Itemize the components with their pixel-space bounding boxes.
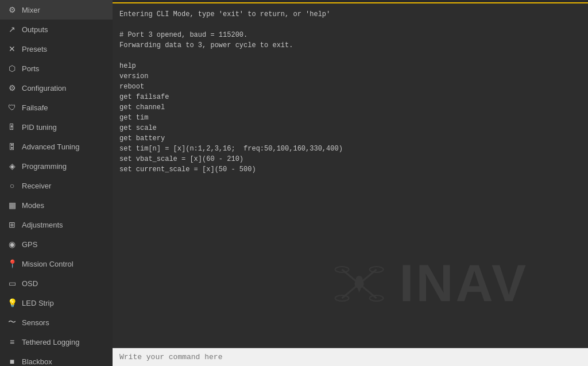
sidebar-item-modes[interactable]: ▦Modes bbox=[0, 195, 113, 215]
sidebar-item-led-strip[interactable]: 💡LED Strip bbox=[0, 293, 113, 313]
sidebar-item-failsafe[interactable]: 🛡Failsafe bbox=[0, 98, 113, 117]
sidebar-item-mission-control[interactable]: 📍Mission Control bbox=[0, 254, 113, 273]
mission-control-icon: 📍 bbox=[7, 259, 17, 269]
sidebar-item-gps[interactable]: ◉GPS bbox=[0, 234, 113, 254]
outputs-icon: ↗ bbox=[7, 24, 17, 34]
gps-icon: ◉ bbox=[7, 239, 17, 249]
sidebar-label-advanced-tuning: Advanced Tuning bbox=[22, 142, 79, 151]
presets-icon: ✕ bbox=[7, 44, 17, 54]
sidebar-label-pid-tuning: PID tuning bbox=[22, 123, 57, 132]
receiver-icon: ○ bbox=[7, 180, 17, 191]
sidebar-item-programming[interactable]: ◈Programming bbox=[0, 156, 113, 176]
mixer-icon: ⚙ bbox=[7, 5, 17, 15]
sidebar-label-blackbox: Blackbox bbox=[22, 357, 52, 366]
sidebar-label-presets: Presets bbox=[22, 45, 47, 53]
sensors-icon: 〜 bbox=[7, 317, 17, 328]
sidebar-label-tethered-logging: Tethered Logging bbox=[22, 338, 79, 346]
sidebar-label-osd: OSD bbox=[22, 279, 38, 288]
sidebar-label-mixer: Mixer bbox=[22, 6, 40, 14]
modes-icon: ▦ bbox=[7, 200, 17, 210]
sidebar-item-adjustments[interactable]: ⊞Adjustments bbox=[0, 215, 113, 234]
sidebar-item-pid-tuning[interactable]: 🎚PID tuning bbox=[0, 117, 113, 137]
sidebar-item-advanced-tuning[interactable]: 🎛Advanced Tuning bbox=[0, 137, 113, 156]
cli-output[interactable]: Entering CLI Mode, type 'exit' to return… bbox=[113, 3, 588, 348]
sidebar-item-osd[interactable]: ▭OSD bbox=[0, 273, 113, 293]
blackbox-icon: ■ bbox=[7, 356, 17, 366]
sidebar-item-sensors[interactable]: 〜Sensors bbox=[0, 313, 113, 332]
advanced-tuning-icon: 🎛 bbox=[7, 141, 17, 152]
sidebar-label-led-strip: LED Strip bbox=[22, 299, 54, 307]
sidebar-label-receiver: Receiver bbox=[22, 182, 51, 190]
osd-icon: ▭ bbox=[7, 278, 17, 288]
sidebar-label-gps: GPS bbox=[22, 240, 37, 249]
sidebar-item-mixer[interactable]: ⚙Mixer bbox=[0, 0, 113, 20]
sidebar-item-outputs[interactable]: ↗Outputs bbox=[0, 20, 113, 39]
sidebar-label-failsafe: Failsafe bbox=[22, 103, 48, 112]
sidebar-label-programming: Programming bbox=[22, 162, 67, 171]
adjustments-icon: ⊞ bbox=[7, 219, 17, 230]
sidebar-label-ports: Ports bbox=[22, 64, 39, 73]
sidebar: ⚙Mixer↗Outputs✕Presets⬡Ports⚙Configurati… bbox=[0, 0, 113, 366]
sidebar-label-outputs: Outputs bbox=[22, 25, 48, 34]
pid-tuning-icon: 🎚 bbox=[7, 122, 17, 132]
sidebar-label-configuration: Configuration bbox=[22, 84, 66, 93]
sidebar-label-modes: Modes bbox=[22, 201, 44, 210]
sidebar-label-mission-control: Mission Control bbox=[22, 260, 74, 268]
cli-input-bar bbox=[113, 348, 588, 366]
cli-input[interactable] bbox=[117, 352, 583, 363]
sidebar-label-adjustments: Adjustments bbox=[22, 221, 63, 229]
configuration-icon: ⚙ bbox=[7, 83, 17, 93]
tethered-logging-icon: ≡ bbox=[7, 337, 17, 347]
sidebar-item-tethered-logging[interactable]: ≡Tethered Logging bbox=[0, 332, 113, 352]
programming-icon: ◈ bbox=[7, 161, 17, 171]
sidebar-item-presets[interactable]: ✕Presets bbox=[0, 39, 113, 59]
sidebar-label-sensors: Sensors bbox=[22, 318, 49, 327]
failsafe-icon: 🛡 bbox=[7, 102, 17, 113]
sidebar-item-ports[interactable]: ⬡Ports bbox=[0, 59, 113, 78]
sidebar-item-blackbox[interactable]: ■Blackbox bbox=[0, 352, 113, 366]
sidebar-item-configuration[interactable]: ⚙Configuration bbox=[0, 78, 113, 98]
sidebar-item-receiver[interactable]: ○Receiver bbox=[0, 176, 113, 195]
ports-icon: ⬡ bbox=[7, 63, 17, 74]
main-content: Entering CLI Mode, type 'exit' to return… bbox=[113, 0, 588, 366]
led-strip-icon: 💡 bbox=[7, 298, 17, 308]
cli-area: Entering CLI Mode, type 'exit' to return… bbox=[113, 3, 588, 348]
